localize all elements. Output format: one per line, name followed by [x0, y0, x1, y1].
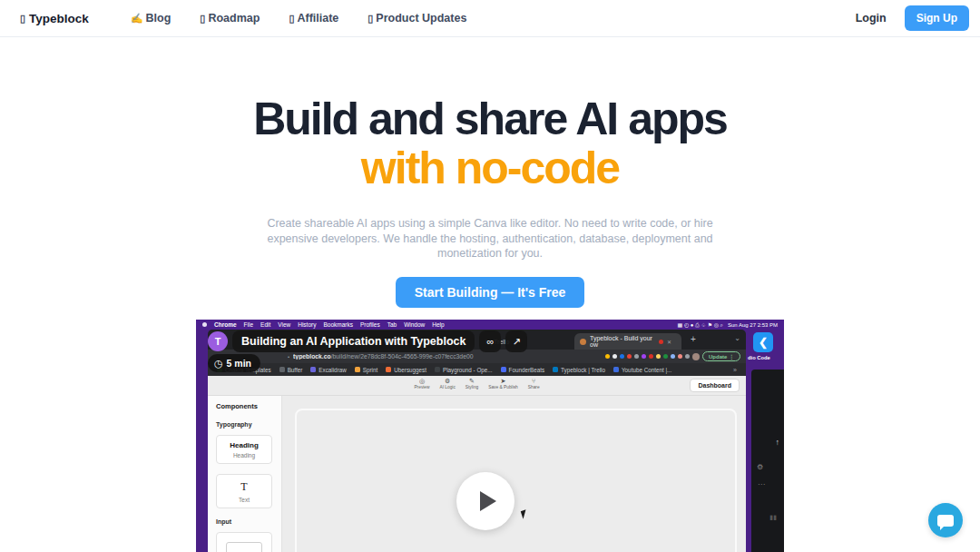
bookmark-label: FounderBeats: [509, 367, 545, 373]
chrome-update-button: Update ⋮: [702, 351, 740, 361]
dashboard-button: Dashboard: [690, 379, 740, 392]
vscode-icon: ❮: [753, 332, 773, 352]
nav-right: Login Sign Up: [856, 5, 969, 31]
toolbar-share: ⑂ Share: [528, 378, 540, 389]
extension-icon: [671, 354, 675, 359]
open-in-new-icon: ↗: [513, 336, 521, 348]
macos-menubar: Chrome File Edit View History Bookmarks …: [196, 320, 784, 330]
nav-link-label: Affiliate: [297, 12, 338, 25]
nav-link-blog[interactable]: ✍ Blog: [131, 12, 172, 25]
menubar-status-icons: ▦ ◴ ● ⎙ ♤ ⚑ ◎ ⌕: [678, 321, 723, 329]
video-title: Building an AI Application with Typebloc…: [232, 330, 475, 352]
menubar-item: File: [244, 321, 253, 328]
toolbar-label: Preview: [414, 385, 429, 389]
apple-icon: [202, 322, 207, 327]
extension-icon: [678, 354, 682, 359]
extension-icon: [612, 354, 617, 359]
share-icon: ⑂: [532, 378, 535, 385]
editor-canvas: [282, 396, 746, 552]
editor-sidebar: Components Typography Heading Heading T …: [208, 396, 282, 552]
lock-icon: •: [288, 354, 289, 360]
menubar-item: Chrome: [214, 321, 237, 328]
logo-label: Typeblock: [29, 12, 89, 25]
tab-favicon: [580, 339, 586, 345]
logo-icon: ▯: [20, 13, 25, 25]
toolbar-label: AI Logic: [439, 385, 455, 389]
ai-logic-icon: ⚙: [445, 378, 450, 385]
open-in-new-button[interactable]: ↗: [505, 330, 527, 352]
menubar-item: History: [298, 321, 316, 328]
hero-title: Build and share AI apps with no-code: [0, 94, 980, 192]
input-field-preview: [226, 542, 262, 552]
extension-icon: [627, 354, 632, 359]
start-building-button[interactable]: Start Building — It's Free: [396, 277, 585, 308]
nav-link-product-updates[interactable]: ▯ Product Updates: [368, 12, 466, 25]
url-host: typeblock.co: [293, 353, 331, 360]
signup-button[interactable]: Sign Up: [905, 5, 969, 31]
menubar-item: Edit: [260, 321, 270, 328]
bookmark-label: Ubersuggest: [394, 367, 426, 373]
card-subtitle: Heading: [217, 452, 271, 458]
styling-icon: ✎: [469, 378, 475, 385]
menubar-item: Bookmarks: [323, 321, 353, 328]
url-path: /build/new/2e78dc8f-504c-4565-999e-c07fe…: [331, 353, 474, 360]
extension-icon: [642, 354, 646, 359]
canvas-frame: [295, 409, 737, 552]
menubar-item: Window: [404, 321, 425, 328]
chat-launcher-button[interactable]: [928, 503, 963, 537]
card-subtitle: Text: [217, 497, 271, 503]
bookmark-favicon: [386, 367, 391, 372]
demo-video-player[interactable]: Chrome File Edit View History Bookmarks …: [196, 320, 784, 552]
product-updates-icon: ▯: [368, 13, 373, 25]
bookmark-favicon: [553, 367, 558, 372]
bookmark-label: Playground - Ope...: [443, 367, 493, 373]
toolbar-label: Share: [528, 385, 540, 389]
vscode-panel: ↑ ⚙ ⋯ ▮▮: [751, 370, 784, 552]
bookmark-item: Ubersuggest: [386, 367, 426, 373]
hero-section: Build and share AI apps with no-code Cre…: [0, 94, 980, 308]
typography-heading: Typography: [216, 421, 273, 428]
chrome-window: k | Trello ✕ Typeblock - Build your ow ✕…: [208, 330, 746, 552]
desktop-right-strip: ❮ dio Code ↑ ⚙ ⋯ ▮▮: [746, 330, 784, 552]
menubar-item: View: [278, 321, 290, 328]
bookmark-item: FounderBeats: [501, 367, 545, 373]
link-icon: ∞: [487, 336, 495, 347]
hero-description: Create shareable AI apps using a simple …: [245, 216, 735, 261]
bookmark-item: Typeblock | Trello: [553, 367, 605, 373]
card-title: Heading: [217, 441, 271, 449]
play-button[interactable]: [456, 472, 514, 530]
copy-link-button[interactable]: ∞: [479, 330, 501, 352]
login-link[interactable]: Login: [856, 12, 887, 25]
save-publish-icon: ➤: [501, 378, 506, 385]
toolbar-label: Styling: [466, 385, 478, 389]
tab-label: Typeblock - Build your ow: [590, 335, 655, 348]
bookmark-favicon: [355, 367, 360, 372]
clock-icon: ◷: [214, 359, 223, 369]
menubar-clock: Sun Aug 27 2:53 PM: [728, 322, 778, 328]
toolbar-label: Save & Publish: [488, 385, 518, 389]
extension-icon: [605, 354, 610, 359]
new-tab-icon: +: [691, 335, 696, 344]
chrome-profile-avatar: [692, 353, 700, 360]
menubar-item: Profiles: [360, 321, 380, 328]
nav-link-label: Roadmap: [208, 12, 260, 25]
extension-icon: [685, 354, 690, 359]
toolbar-styling: ✎ Styling: [466, 378, 478, 389]
typeblock-editor: ◎ Preview ⚙ AI Logic ✎ Styling ➤ Save & …: [208, 376, 746, 552]
nav-link-label: Blog: [146, 12, 172, 25]
typeblock-logo[interactable]: ▯ Typeblock: [20, 12, 89, 25]
bookmark-favicon: [501, 367, 506, 372]
chrome-tab-typeblock: Typeblock - Build your ow ✕: [574, 333, 681, 350]
video-duration-badge: ◷ 5 min: [208, 354, 260, 372]
bookmark-favicon: [310, 367, 316, 372]
nav-link-roadmap[interactable]: ▯ Roadmap: [200, 12, 260, 25]
extension-icons: Update ⋮: [605, 351, 740, 361]
extension-icon: [663, 354, 668, 359]
vscode-label: dio Code: [748, 355, 770, 360]
url-text: typeblock.co/build/new/2e78dc8f-504c-456…: [293, 353, 473, 360]
extension-icon: [649, 354, 653, 359]
hero-title-line1: Build and share AI apps: [253, 94, 727, 144]
editor-toolbar: ◎ Preview ⚙ AI Logic ✎ Styling ➤ Save & …: [208, 376, 746, 396]
chat-bubble-icon: [937, 515, 954, 527]
nav-link-affiliate[interactable]: ▯ Affiliate: [289, 12, 338, 25]
